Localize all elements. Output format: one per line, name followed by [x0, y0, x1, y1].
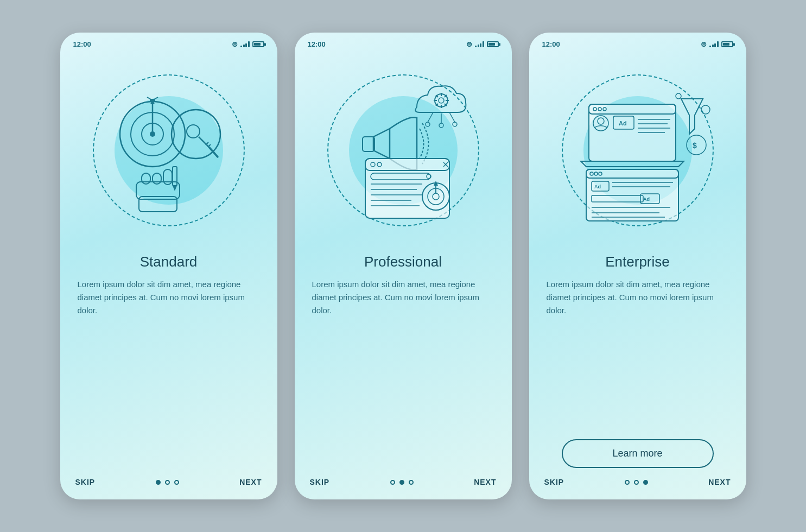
- svg-point-74: [701, 105, 710, 114]
- svg-point-25: [439, 98, 444, 103]
- illustration-enterprise: Ad $: [529, 53, 746, 248]
- next-button-enterprise[interactable]: NEXT: [708, 478, 731, 486]
- dot-1-standard: [156, 480, 161, 485]
- phone-title-standard: Standard: [78, 254, 260, 270]
- svg-text:$: $: [693, 141, 697, 150]
- svg-rect-23: [363, 137, 375, 151]
- learn-more-button[interactable]: Learn more: [562, 439, 714, 468]
- wifi-icon-pro: ⊜: [466, 40, 472, 48]
- dot-2-professional: [399, 480, 404, 485]
- svg-point-3: [150, 131, 155, 137]
- status-time: 12:00: [73, 40, 91, 48]
- status-time-ent: 12:00: [542, 40, 560, 48]
- phone-standard: 12:00 ⊜: [60, 33, 277, 499]
- svg-marker-22: [373, 129, 390, 159]
- status-bar-standard: 12:00 ⊜: [60, 33, 277, 53]
- signal-icon-pro: [475, 41, 484, 47]
- wifi-icon: ⊜: [232, 40, 238, 48]
- phone-content-enterprise: Enterprise Lorem ipsum dolor sit dim ame…: [529, 248, 746, 468]
- dot-3-enterprise: [643, 480, 648, 485]
- phone-description-professional: Lorem ipsum dolor sit dim amet, mea regi…: [312, 278, 494, 468]
- svg-line-34: [428, 112, 433, 122]
- standard-illustration-svg: [93, 74, 245, 226]
- next-button-professional[interactable]: NEXT: [474, 478, 496, 486]
- next-button-standard[interactable]: NEXT: [239, 478, 262, 486]
- status-icons-ent: ⊜: [701, 40, 733, 48]
- status-bar-enterprise: 12:00 ⊜: [529, 33, 746, 53]
- dot-2-enterprise: [634, 480, 639, 485]
- battery-icon-ent: [721, 41, 733, 47]
- svg-text:Ad: Ad: [643, 197, 650, 202]
- status-time-pro: 12:00: [308, 40, 326, 48]
- signal-icon-ent: [709, 41, 719, 47]
- phone-content-standard: Standard Lorem ipsum dolor sit dim amet,…: [60, 248, 277, 468]
- phone-nav-enterprise: SKIP NEXT: [529, 468, 746, 499]
- dot-3-professional: [409, 480, 414, 485]
- phone-enterprise: 12:00 ⊜: [529, 33, 746, 499]
- signal-icon: [240, 41, 250, 47]
- svg-point-37: [426, 122, 430, 126]
- dot-3-standard: [174, 480, 179, 485]
- svg-line-36: [449, 112, 455, 122]
- phone-title-enterprise: Enterprise: [547, 254, 729, 270]
- illustration-standard: [60, 53, 277, 248]
- phones-container: 12:00 ⊜: [60, 33, 746, 499]
- svg-line-14: [210, 148, 218, 157]
- phone-description-standard: Lorem ipsum dolor sit dim amet, mea regi…: [78, 278, 260, 468]
- skip-button-standard[interactable]: SKIP: [75, 478, 96, 486]
- illustration-professional: [295, 53, 512, 248]
- svg-line-8: [154, 97, 158, 99]
- skip-button-enterprise[interactable]: SKIP: [544, 478, 564, 486]
- phone-description-enterprise: Lorem ipsum dolor sit dim amet, mea regi…: [547, 278, 729, 429]
- nav-dots-enterprise: [625, 480, 648, 485]
- battery-icon-pro: [487, 41, 499, 47]
- enterprise-illustration-svg: Ad $: [556, 72, 719, 229]
- dot-1-enterprise: [625, 480, 630, 485]
- battery-icon: [252, 41, 264, 47]
- professional-illustration-svg: [327, 74, 479, 226]
- status-bar-professional: 12:00 ⊜: [295, 33, 512, 53]
- svg-rect-20: [173, 167, 177, 186]
- status-icons: ⊜: [232, 40, 264, 48]
- svg-point-38: [439, 123, 443, 128]
- dot-1-professional: [390, 480, 395, 485]
- phone-professional: 12:00 ⊜: [295, 33, 512, 499]
- svg-text:Ad: Ad: [619, 120, 627, 126]
- nav-dots-standard: [156, 480, 179, 485]
- wifi-icon-ent: ⊜: [701, 40, 707, 48]
- svg-point-39: [453, 122, 457, 126]
- phone-nav-professional: SKIP NEXT: [295, 468, 512, 499]
- phone-title-professional: Professional: [312, 254, 494, 270]
- nav-dots-professional: [390, 480, 414, 485]
- svg-marker-71: [681, 99, 703, 134]
- status-icons-pro: ⊜: [466, 40, 499, 48]
- svg-point-75: [676, 93, 681, 99]
- skip-button-professional[interactable]: SKIP: [310, 478, 330, 486]
- svg-line-7: [147, 97, 151, 99]
- svg-text:Ad: Ad: [594, 184, 601, 189]
- phone-nav-standard: SKIP NEXT: [60, 468, 277, 499]
- svg-point-10: [187, 125, 200, 138]
- dot-2-standard: [165, 480, 170, 485]
- phone-content-professional: Professional Lorem ipsum dolor sit dim a…: [295, 248, 512, 468]
- svg-marker-21: [173, 186, 177, 191]
